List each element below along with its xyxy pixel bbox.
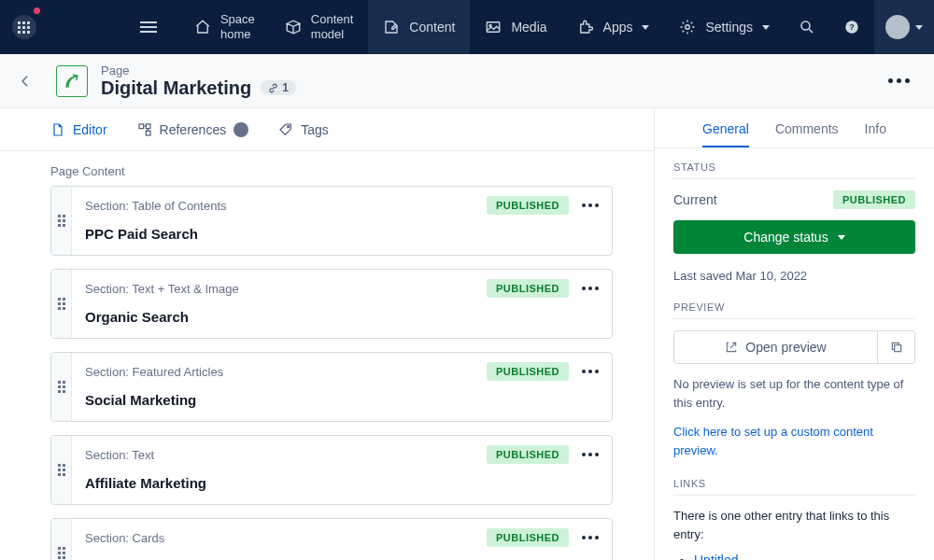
external-link-icon xyxy=(725,341,738,354)
card-title: Organic Search xyxy=(85,309,599,325)
chevron-down-icon xyxy=(642,25,649,30)
card-status-chip: PUBLISHED xyxy=(487,196,569,215)
document-icon xyxy=(50,122,65,137)
back-button[interactable] xyxy=(17,73,34,90)
help-icon: ? xyxy=(843,19,860,35)
top-navbar: Spacehome Contentmodel Content Media App… xyxy=(0,0,934,54)
card-actions-menu[interactable] xyxy=(582,532,599,543)
drag-handle[interactable] xyxy=(51,270,72,338)
card-section-label: Section: Featured Articles xyxy=(85,365,223,379)
svg-rect-6 xyxy=(139,124,144,129)
card-status-chip: PUBLISHED xyxy=(487,445,569,464)
status-heading: STATUS xyxy=(673,161,915,179)
gear-icon xyxy=(679,19,696,35)
linked-entry[interactable]: Untitled xyxy=(694,553,915,560)
search-button[interactable] xyxy=(785,0,829,54)
content-type-icon xyxy=(56,65,88,97)
tab-tags[interactable]: Tags xyxy=(278,122,329,137)
chevron-down-icon xyxy=(838,235,845,240)
svg-rect-7 xyxy=(146,124,150,129)
editor-column: Editor References Tags Page Content Sect… xyxy=(0,108,654,560)
svg-rect-10 xyxy=(894,345,900,352)
home-icon xyxy=(194,19,211,35)
change-status-button[interactable]: Change status xyxy=(673,220,915,254)
card-actions-menu[interactable] xyxy=(582,449,599,460)
links-heading: LINKS xyxy=(673,478,915,496)
notification-badge xyxy=(34,7,40,14)
page-header: Page Digital Marketing 1 xyxy=(0,54,934,108)
drag-handle[interactable] xyxy=(51,436,72,504)
page-title: Digital Marketing 1 xyxy=(101,77,296,99)
nav-content[interactable]: Content xyxy=(368,0,470,54)
link-icon xyxy=(268,83,278,93)
help-button[interactable]: ? xyxy=(829,0,874,54)
entry-actions-menu[interactable] xyxy=(881,71,917,91)
account-menu[interactable] xyxy=(874,0,934,54)
nav-media[interactable]: Media xyxy=(470,0,561,54)
content-card[interactable]: Section: TextPUBLISHEDAffiliate Marketin… xyxy=(50,435,613,505)
card-actions-menu[interactable] xyxy=(582,366,599,377)
nav-apps[interactable]: Apps xyxy=(562,0,665,54)
search-icon xyxy=(799,19,815,35)
references-count-badge xyxy=(234,122,248,137)
preview-heading: PREVIEW xyxy=(673,301,915,319)
card-title: Social Marketing xyxy=(85,392,599,408)
drag-handle[interactable] xyxy=(51,353,72,421)
tab-editor[interactable]: Editor xyxy=(50,122,107,137)
svg-point-3 xyxy=(801,21,810,30)
apps-grid-icon xyxy=(18,21,30,34)
drag-handle[interactable] xyxy=(51,187,72,255)
last-saved: Last saved Mar 10, 2022 xyxy=(673,269,915,283)
breadcrumb: Page xyxy=(101,63,296,77)
tab-references[interactable]: References xyxy=(137,122,249,137)
sidebar-tab-info[interactable]: Info xyxy=(865,121,886,147)
menu-toggle[interactable] xyxy=(140,21,157,33)
chevron-down-icon xyxy=(762,25,770,30)
preview-message: No preview is set up for the content typ… xyxy=(673,375,915,412)
card-section-label: Section: Cards xyxy=(85,531,164,545)
copy-icon xyxy=(890,341,903,354)
card-status-chip: PUBLISHED xyxy=(487,528,569,547)
content-card[interactable]: Section: Featured ArticlesPUBLISHEDSocia… xyxy=(50,352,613,422)
svg-text:?: ? xyxy=(849,22,855,32)
content-card[interactable]: Section: Text + Text & ImagePUBLISHEDOrg… xyxy=(50,269,613,339)
nav-content-model[interactable]: Contentmodel xyxy=(270,0,369,54)
sidebar-tab-general[interactable]: General xyxy=(702,121,749,147)
content-card[interactable]: Section: CardsPUBLISHEDPlaceholder Cards xyxy=(50,518,613,560)
card-section-label: Section: Table of Contents xyxy=(85,199,227,213)
link-count-badge[interactable]: 1 xyxy=(261,80,296,95)
box-icon xyxy=(285,19,302,35)
card-title: Affiliate Marketing xyxy=(85,475,599,491)
nav-settings[interactable]: Settings xyxy=(664,0,785,54)
drag-handle[interactable] xyxy=(51,519,72,560)
status-chip: PUBLISHED xyxy=(833,190,915,209)
puzzle-icon xyxy=(577,19,594,35)
card-section-label: Section: Text + Text & Image xyxy=(85,282,239,296)
card-title: PPC Paid Search xyxy=(85,226,599,242)
copy-preview-button[interactable] xyxy=(878,330,915,364)
card-status-chip: PUBLISHED xyxy=(487,279,569,298)
sidebar: General Comments Info STATUS Current PUB… xyxy=(654,108,934,560)
pencil-page-icon xyxy=(383,19,400,35)
open-preview-button[interactable]: Open preview xyxy=(673,330,878,364)
preview-setup-link[interactable]: Click here to set up a custom content pr… xyxy=(673,423,915,459)
status-current-label: Current xyxy=(673,192,717,207)
chevron-down-icon xyxy=(915,25,923,30)
card-actions-menu[interactable] xyxy=(582,200,599,211)
links-message: There is one other entry that links to t… xyxy=(673,507,915,543)
media-icon xyxy=(485,19,502,35)
card-actions-menu[interactable] xyxy=(582,283,599,294)
svg-rect-8 xyxy=(146,131,150,135)
tag-icon xyxy=(278,122,293,137)
nav-space-home[interactable]: Spacehome xyxy=(179,0,270,54)
card-status-chip: PUBLISHED xyxy=(487,362,569,381)
app-launcher[interactable] xyxy=(0,0,49,54)
sidebar-tab-comments[interactable]: Comments xyxy=(775,121,839,147)
card-section-label: Section: Text xyxy=(85,448,154,462)
editor-tabs: Editor References Tags xyxy=(0,108,654,151)
content-card[interactable]: Section: Table of ContentsPUBLISHEDPPC P… xyxy=(50,186,613,256)
references-icon xyxy=(137,122,152,137)
svg-point-2 xyxy=(686,25,690,30)
svg-point-9 xyxy=(288,125,290,127)
field-label: Page Content xyxy=(50,164,613,178)
